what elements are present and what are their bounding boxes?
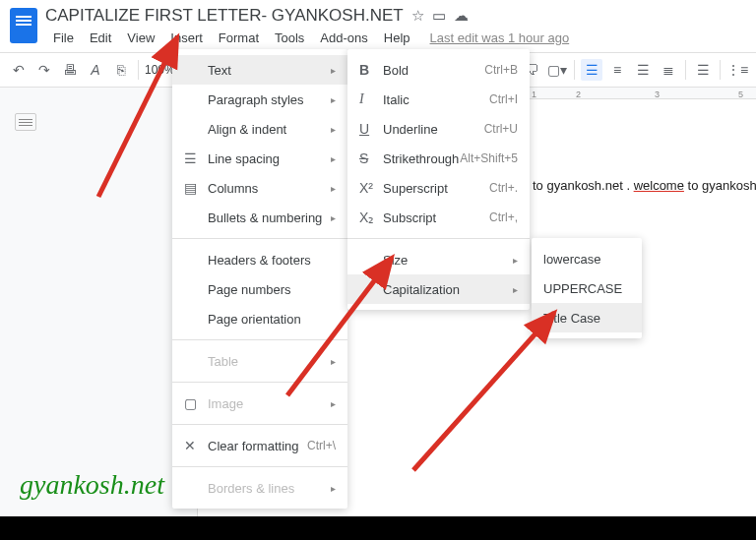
star-icon[interactable]: ☆ [411, 7, 424, 25]
label: UPPERCASE [543, 281, 630, 296]
label: Line spacing [208, 151, 331, 166]
underline-icon: U [359, 121, 383, 137]
format-text[interactable]: Text▸ [172, 55, 347, 85]
menu-insert[interactable]: Insert [162, 28, 211, 48]
label: Bullets & numbering [208, 210, 331, 225]
document-title[interactable]: CAPITALIZE FIRST LETTER- GYANKOSH.NET [45, 6, 404, 26]
format-table: Table▸ [172, 346, 347, 376]
image-insert-icon[interactable]: ▢▾ [546, 59, 568, 81]
superscript-icon: X² [359, 180, 383, 196]
shortcut: Ctrl+, [489, 210, 518, 224]
menu-edit[interactable]: Edit [82, 28, 119, 48]
image-icon: ▢ [184, 395, 208, 411]
text-italic[interactable]: IItalicCtrl+I [347, 85, 530, 114]
text-capitalization[interactable]: Capitalization▸ [347, 274, 530, 304]
line-spacing-icon: ☰ [184, 150, 208, 166]
format-image: ▢Image▸ [172, 389, 347, 418]
label: Italic [383, 92, 489, 107]
shortcut: Ctrl+. [489, 181, 518, 195]
move-folder-icon[interactable]: ▭ [432, 7, 446, 25]
caps-uppercase[interactable]: UPPERCASE [532, 273, 642, 303]
last-edit-link[interactable]: Last edit was 1 hour ago [430, 28, 570, 48]
menu-format[interactable]: Format [211, 28, 267, 48]
strike-icon: S [359, 150, 383, 166]
text-strikethrough[interactable]: SStrikethroughAlt+Shift+5 [347, 144, 530, 173]
format-page-numbers[interactable]: Page numbers [172, 274, 347, 304]
undo-icon[interactable]: ↶ [8, 59, 30, 81]
clear-format-icon: ✕ [184, 438, 208, 453]
menu-separator [172, 339, 347, 340]
label: Paragraph styles [208, 92, 331, 107]
format-dropdown: Text▸ Paragraph styles▸ Align & indent▸ … [172, 49, 347, 509]
submenu-arrow-icon: ▸ [513, 255, 518, 266]
label: Image [208, 396, 331, 411]
format-bullets[interactable]: Bullets & numbering▸ [172, 203, 347, 232]
caps-lowercase[interactable]: lowercase [532, 244, 642, 273]
label: Superscript [383, 181, 489, 196]
format-clear[interactable]: ✕Clear formattingCtrl+\ [172, 431, 347, 460]
docs-logo-icon[interactable] [10, 8, 37, 43]
docs-header: CAPITALIZE FIRST LETTER- GYANKOSH.NET ☆ … [0, 0, 756, 48]
menu-view[interactable]: View [119, 28, 162, 48]
italic-icon: I [359, 91, 383, 107]
bottom-bar [0, 516, 756, 540]
menu-separator [172, 466, 347, 467]
text-superscript[interactable]: X²SuperscriptCtrl+. [347, 173, 530, 203]
align-right-icon[interactable]: ☰ [632, 59, 654, 81]
align-left-icon[interactable]: ☰ [581, 59, 602, 81]
submenu-arrow-icon: ▸ [331, 356, 336, 367]
label: Underline [383, 122, 484, 137]
label: Size [383, 253, 513, 268]
caps-titlecase[interactable]: Title Case [532, 303, 642, 332]
format-line-spacing[interactable]: ☰Line spacing▸ [172, 144, 347, 173]
more-tools-icon[interactable]: ⋮≡ [726, 59, 748, 81]
watermark: gyankosh.net [20, 469, 164, 501]
menu-separator [172, 424, 347, 425]
label: Strikethrough [383, 151, 460, 166]
document-text[interactable]: to gyankosh.net . welcome to gyankosh. n… [533, 178, 756, 193]
text-subscript[interactable]: X₂SubscriptCtrl+, [347, 203, 530, 232]
shortcut: Ctrl+\ [307, 439, 336, 452]
label: lowercase [543, 252, 630, 267]
separator [138, 60, 139, 80]
submenu-arrow-icon: ▸ [331, 212, 336, 223]
outline-toggle-icon[interactable] [15, 113, 36, 131]
format-borders: Borders & lines▸ [172, 473, 347, 503]
menu-file[interactable]: File [45, 28, 82, 48]
text-underline[interactable]: UUnderlineCtrl+U [347, 114, 530, 144]
align-center-icon[interactable]: ≡ [606, 59, 628, 81]
cloud-status-icon[interactable]: ☁ [454, 7, 469, 25]
label: Columns [208, 181, 331, 196]
label: Text [208, 63, 331, 78]
columns-icon: ▤ [184, 180, 208, 196]
format-headers-footers[interactable]: Headers & footers [172, 245, 347, 274]
separator [720, 60, 721, 80]
label: Subscript [383, 210, 489, 225]
menu-addons[interactable]: Add-ons [312, 28, 375, 48]
print-icon[interactable]: 🖶 [59, 59, 81, 81]
align-justify-icon[interactable]: ≣ [658, 59, 679, 81]
separator [685, 60, 686, 80]
redo-icon[interactable]: ↷ [33, 59, 55, 81]
label: Borders & lines [208, 481, 331, 496]
text: to gyankosh.net . [533, 178, 634, 193]
menu-tools[interactable]: Tools [267, 28, 312, 48]
spellcheck-icon[interactable]: A [85, 59, 106, 81]
label: Capitalization [383, 282, 513, 297]
line-spacing-icon[interactable]: ☰ [692, 59, 714, 81]
label: Bold [383, 63, 484, 78]
menu-bar: File Edit View Insert Format Tools Add-o… [45, 28, 569, 48]
format-align-indent[interactable]: Align & indent▸ [172, 114, 347, 144]
text-bold[interactable]: BBoldCtrl+B [347, 55, 530, 85]
menu-help[interactable]: Help [376, 28, 418, 48]
label: Title Case [543, 311, 630, 326]
format-columns[interactable]: ▤Columns▸ [172, 173, 347, 203]
text-size[interactable]: Size▸ [347, 245, 530, 274]
spelling-error[interactable]: welcome [634, 178, 684, 193]
format-paragraph-styles[interactable]: Paragraph styles▸ [172, 85, 347, 114]
label: Page numbers [208, 282, 336, 297]
format-page-orientation[interactable]: Page orientation [172, 304, 347, 333]
submenu-arrow-icon: ▸ [331, 94, 336, 105]
paint-format-icon[interactable]: ⎘ [110, 59, 132, 81]
shortcut: Ctrl+I [489, 92, 518, 106]
